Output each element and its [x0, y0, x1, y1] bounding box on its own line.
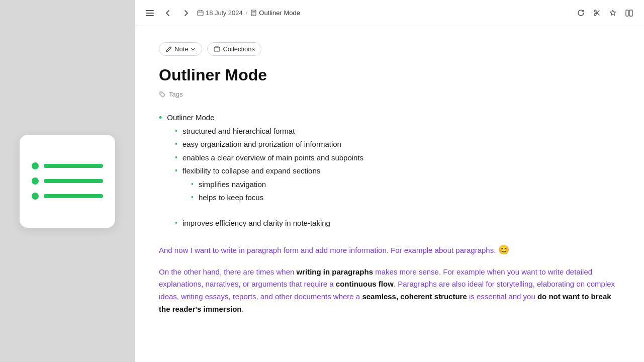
note-actions: Note Collections	[159, 42, 620, 56]
illus-row-3	[32, 193, 103, 200]
bullet-icon: •	[175, 140, 177, 148]
para-2-bold-2: continuous flow	[336, 280, 394, 288]
left-panel	[0, 0, 135, 362]
svg-point-10	[161, 93, 162, 94]
bullet-icon: •	[175, 219, 177, 227]
illus-bar-1	[44, 164, 103, 168]
tags-label: Tags	[169, 90, 182, 98]
item-text: flexibility to collapse and expand secti…	[182, 165, 320, 177]
breadcrumb: 18 July 2024 / Outliner Mode	[197, 9, 300, 17]
main-area: 18 July 2024 / Outliner Mode	[135, 0, 644, 362]
layout-icon	[625, 10, 633, 17]
chevron-down-icon	[191, 47, 196, 52]
svg-rect-8	[629, 10, 632, 16]
illus-dot-1	[32, 162, 39, 169]
sub-sub-list: • simplifies navigation • helps to keep …	[159, 179, 620, 204]
item-text: structured and hierarchical format	[182, 126, 295, 137]
breadcrumb-current: Outliner Mode	[250, 9, 300, 17]
forward-button[interactable]	[179, 6, 193, 20]
star-icon	[609, 9, 616, 17]
scissors-icon	[593, 9, 601, 17]
note-type-button[interactable]: Note	[159, 42, 202, 56]
outliner-list: • Outliner Mode • structured and hierarc…	[159, 112, 620, 229]
bullet-icon: •	[175, 127, 177, 135]
illus-bar-3	[44, 194, 103, 198]
sidebar-icon	[146, 10, 154, 17]
breadcrumb-date-text: 18 July 2024	[206, 9, 243, 17]
illus-dot-2	[32, 177, 39, 185]
illus-bar-2	[44, 179, 103, 183]
list-item: • helps to keep focus	[159, 192, 620, 204]
bullet-icon: •	[175, 153, 177, 161]
list-item: • simplifies navigation	[159, 179, 620, 191]
forward-icon	[182, 10, 190, 17]
breadcrumb-page-title: Outliner Mode	[259, 9, 300, 17]
tag-icon	[159, 91, 166, 98]
paragraph-2: On the other hand, there are times when …	[159, 266, 620, 316]
item-text: enables a clear overview of main points …	[182, 152, 363, 164]
breadcrumb-date: 18 July 2024	[197, 9, 243, 17]
paragraph-1: And now I want to write in paragraph for…	[159, 243, 620, 258]
sub-list: • structured and hierarchical format • e…	[159, 126, 620, 229]
list-item: • Outliner Mode • structured and hierarc…	[159, 112, 620, 229]
list-item: • improves efficiency and clarity in not…	[159, 218, 620, 229]
svg-rect-3	[198, 11, 203, 16]
refresh-button[interactable]	[574, 6, 588, 20]
list-item: • structured and hierarchical format	[159, 126, 620, 137]
collections-label: Collections	[223, 45, 255, 53]
back-button[interactable]	[161, 6, 175, 20]
para-2-end: .	[241, 305, 243, 313]
item-text: simplifies navigation	[199, 179, 266, 191]
list-item: • easy organization and prorization of i…	[159, 139, 620, 150]
para-1-content: And now I want to write in paragraph for…	[159, 246, 496, 254]
svg-rect-7	[626, 10, 628, 16]
para-2-mid3: is essential and you	[467, 292, 537, 301]
back-icon	[164, 10, 171, 17]
svg-rect-9	[214, 47, 220, 51]
svg-rect-2	[146, 15, 154, 16]
collections-button[interactable]: Collections	[207, 42, 261, 56]
svg-rect-1	[146, 13, 154, 14]
illus-row-2	[32, 177, 103, 185]
item-text: helps to keep focus	[199, 192, 263, 204]
layout-button[interactable]	[622, 6, 636, 20]
bullet-icon: •	[175, 166, 177, 174]
svg-rect-0	[146, 10, 154, 11]
illus-dot-3	[32, 193, 39, 200]
item-text: improves efficiency and clarity in note-…	[182, 218, 330, 229]
illus-row-1	[32, 162, 103, 169]
para-2-text: On the other hand, there are times when …	[159, 266, 620, 316]
page-title: Outliner Mode	[159, 66, 620, 84]
note-content: Note Collections Outliner Mode Tags	[135, 26, 644, 362]
tags-row[interactable]: Tags	[159, 90, 620, 98]
bullet-icon: •	[191, 193, 194, 201]
para-2-bold-3: seamless, coherent structure	[362, 292, 467, 301]
bullet-icon: •	[191, 180, 194, 188]
toolbar-left: 18 July 2024 / Outliner Mode	[143, 6, 300, 20]
item-text: easy organization and prorization of inf…	[182, 139, 341, 150]
note-type-label: Note	[174, 45, 188, 53]
refresh-icon	[577, 9, 585, 17]
list-item: • flexibility to collapse and expand sec…	[159, 165, 620, 204]
item-text: Outliner Mode	[167, 112, 214, 124]
bullet-icon: •	[159, 113, 162, 123]
toolbar: 18 July 2024 / Outliner Mode	[135, 0, 644, 26]
bookmark-button[interactable]	[606, 6, 620, 20]
para-2-intro: On the other hand, there are times when	[159, 267, 297, 276]
note-edit-icon	[165, 46, 172, 52]
sidebar-toggle-button[interactable]	[143, 6, 157, 20]
settings-button[interactable]	[590, 6, 604, 20]
calendar-icon	[197, 10, 204, 16]
collections-icon	[214, 46, 220, 52]
illustration-card	[20, 135, 115, 228]
toolbar-right	[574, 6, 636, 20]
list-item: • enables a clear overview of main point…	[159, 152, 620, 164]
para-1-text: And now I want to write in paragraph for…	[159, 243, 620, 258]
para-2-bold-1: writing in paragraphs	[297, 267, 374, 276]
emoji-smile: 😊	[498, 245, 509, 255]
note-icon	[250, 10, 257, 16]
breadcrumb-separator: /	[246, 9, 248, 17]
